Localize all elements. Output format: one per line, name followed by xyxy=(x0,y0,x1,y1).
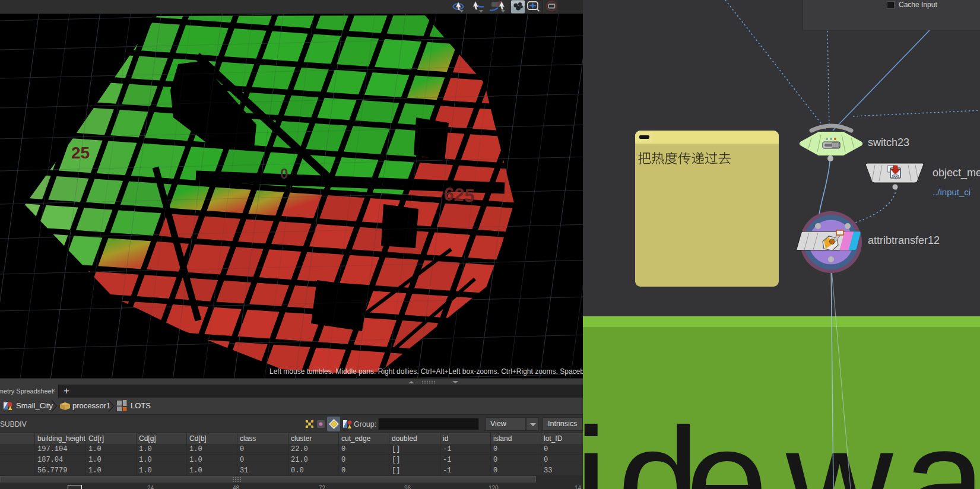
svg-text:625: 625 xyxy=(443,183,475,207)
svg-text:0: 0 xyxy=(280,166,288,182)
